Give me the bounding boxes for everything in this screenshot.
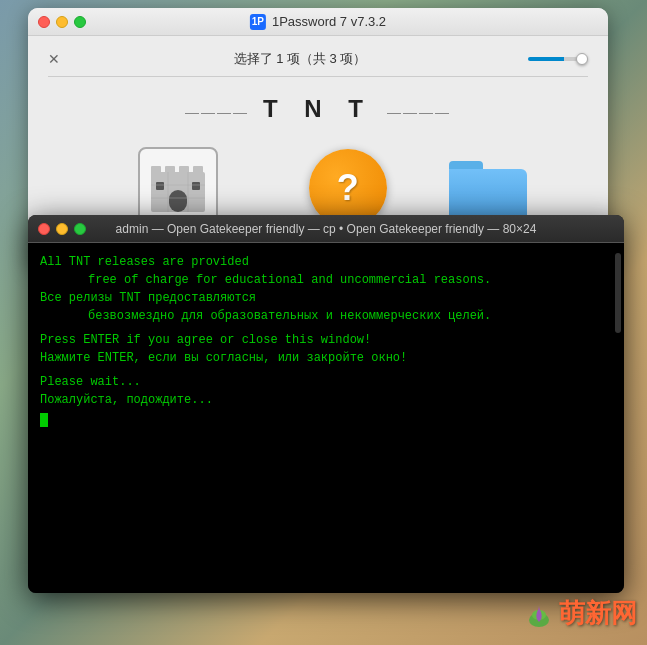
window-title: 1P 1Password 7 v7.3.2 bbox=[250, 14, 386, 30]
minimize-button[interactable] bbox=[56, 16, 68, 28]
terminal-titlebar: admin — Open Gatekeeper friendly — cp • … bbox=[28, 215, 624, 243]
slider-track bbox=[528, 57, 588, 61]
term-line-3: Все релизы TNT предоставляются bbox=[40, 289, 612, 307]
terminal-minimize-button[interactable] bbox=[56, 223, 68, 235]
term-cursor bbox=[40, 413, 48, 427]
toolbar-label: 选择了 1 项（共 3 项） bbox=[72, 50, 528, 68]
slider-thumb bbox=[576, 53, 588, 65]
terminal-title: admin — Open Gatekeeper friendly — cp • … bbox=[116, 222, 537, 236]
term-line-4: безвозмездно для образовательных и неком… bbox=[40, 307, 612, 325]
tnt-dashes: ———— T N T ———— bbox=[48, 95, 588, 123]
svg-rect-6 bbox=[156, 182, 164, 190]
term-line-7: Please wait... bbox=[40, 373, 612, 391]
question-mark-symbol: ? bbox=[337, 170, 359, 206]
traffic-lights bbox=[38, 16, 86, 28]
toolbar-slider[interactable] bbox=[528, 57, 588, 61]
term-line-2: free of charge for educational and uncom… bbox=[40, 271, 612, 289]
term-line-8: Пожалуйста, подождите... bbox=[40, 391, 612, 409]
terminal-close-button[interactable] bbox=[38, 223, 50, 235]
svg-rect-4 bbox=[193, 166, 203, 176]
castle-svg bbox=[143, 152, 213, 222]
terminal-traffic-lights bbox=[38, 223, 86, 235]
term-line-5: Press ENTER if you agree or close this w… bbox=[40, 331, 612, 349]
watermark-logo-icon bbox=[525, 600, 553, 628]
term-line-6: Нажмите ENTER, если вы согласны, или зак… bbox=[40, 349, 612, 367]
watermark-label: 萌新网 bbox=[559, 596, 637, 631]
terminal-scrollbar[interactable] bbox=[615, 253, 621, 333]
maximize-button[interactable] bbox=[74, 16, 86, 28]
close-button[interactable] bbox=[38, 16, 50, 28]
tnt-toolbar: ✕ 选择了 1 项（共 3 项） bbox=[48, 46, 588, 77]
svg-rect-7 bbox=[192, 182, 200, 190]
window-titlebar: 1P 1Password 7 v7.3.2 bbox=[28, 8, 608, 36]
svg-rect-5 bbox=[169, 190, 187, 212]
toolbar-close-icon[interactable]: ✕ bbox=[48, 51, 60, 67]
terminal-maximize-button[interactable] bbox=[74, 223, 86, 235]
terminal-body[interactable]: All TNT releases are provided free of ch… bbox=[28, 243, 624, 593]
svg-rect-2 bbox=[165, 166, 175, 176]
term-line-1: All TNT releases are provided bbox=[40, 253, 612, 271]
svg-rect-1 bbox=[151, 166, 161, 176]
onepassword-icon: 1P bbox=[250, 14, 266, 30]
tnt-header: ———— T N T ———— bbox=[48, 87, 588, 137]
terminal-window: admin — Open Gatekeeper friendly — cp • … bbox=[28, 215, 624, 593]
watermark: 萌新网 bbox=[525, 596, 637, 631]
svg-rect-3 bbox=[179, 166, 189, 176]
